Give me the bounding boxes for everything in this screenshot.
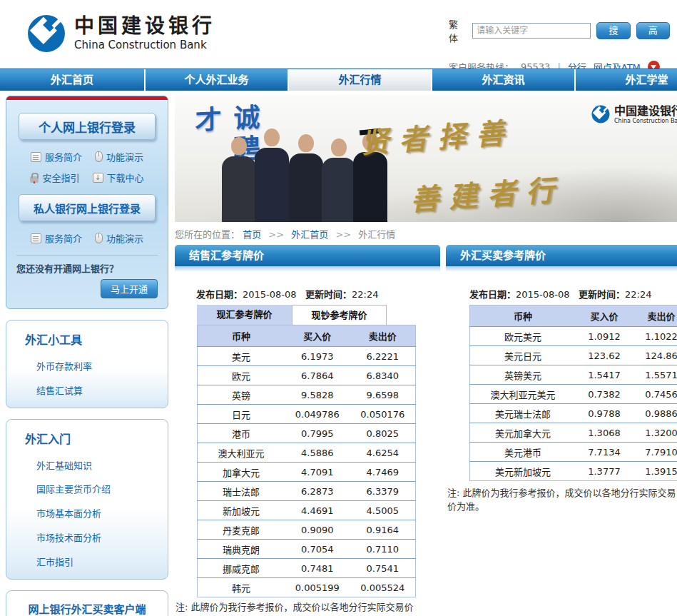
security-guide-link[interactable]: 安全指引: [30, 171, 79, 184]
banner-logo-cn: 中国建设银行: [614, 105, 677, 118]
security-guide-label: 安全指引: [42, 171, 79, 184]
ccb-logo-icon: [27, 14, 66, 53]
buy-price-cell: 0.005199: [285, 578, 350, 597]
col-buy-price: 买入价: [576, 306, 633, 327]
service-intro-label-2: 服务简介: [45, 231, 82, 245]
sell-price-cell: 9.6598: [350, 385, 416, 405]
search-button[interactable]: 搜索: [596, 22, 630, 39]
sidebar-item-deposit-rates[interactable]: 外币存款利率: [25, 355, 161, 379]
buy-price-cell: 0.049786: [285, 405, 350, 424]
currency-cell: 韩元: [198, 578, 285, 597]
sidebar-item-settlement-calc[interactable]: 结售汇试算: [25, 379, 161, 403]
logo-text: 中国建设银行 China Construction Bank: [74, 16, 215, 51]
mouse-icon: [95, 233, 103, 243]
open-now-button[interactable]: 马上开通: [101, 279, 158, 298]
buy-price-cell: 6.7864: [285, 366, 350, 385]
table-row: 欧元6.78646.8340: [198, 366, 416, 385]
main-nav: 外汇首页 个人外汇业务 外汇行情 外汇资讯 外汇学堂: [0, 69, 677, 91]
breadcrumb-sep: >>: [335, 229, 351, 240]
demo-link[interactable]: 功能演示: [95, 150, 143, 163]
table-header-row: 币种 买入价 卖出价: [198, 325, 416, 347]
site-header: 中国建设银行 China Construction Bank 繁体 搜索 高级 …: [0, 0, 677, 69]
sidebar-item-fx-basics[interactable]: 外汇基础知识: [25, 454, 161, 478]
tab-personal-fx[interactable]: 个人外汇业务: [146, 69, 289, 91]
service-intro-label: 服务简介: [45, 150, 82, 163]
fx-trading-rate-table: 币种 买入价 卖出价 欧元美元1.09121.1022美元日元123.62124…: [469, 305, 677, 481]
table-row: 加拿大元4.70914.7469: [198, 463, 416, 482]
breadcrumb-home[interactable]: 首页: [243, 229, 261, 240]
currency-cell: 美元港币: [470, 443, 576, 462]
search-input[interactable]: [472, 23, 591, 39]
download-icon: ↓: [93, 173, 103, 183]
demo-label-2: 功能演示: [106, 231, 143, 245]
table-row: 日元0.0497860.050176: [198, 405, 416, 424]
tab-fx-news[interactable]: 外汇资讯: [432, 69, 576, 91]
ccb-logo[interactable]: 中国建设银行 China Construction Bank: [27, 14, 215, 53]
private-bank-login-button[interactable]: 私人银行网上银行登录: [19, 194, 156, 221]
tab-spot-exchange-rate[interactable]: 现汇参考牌价: [197, 305, 292, 325]
banner-person: [322, 138, 356, 222]
col-sell-price: 卖出价: [633, 306, 677, 327]
sell-price-cell: 7.7910: [633, 443, 677, 462]
currency-cell: 美元瑞士法郎: [470, 404, 576, 423]
demo-link-2[interactable]: 功能演示: [95, 231, 143, 245]
currency-cell: 澳大利亚元: [198, 443, 285, 463]
red-top-bar: [6, 96, 168, 100]
banner-person: [255, 128, 289, 222]
settlement-note: 注: 此牌价为我行参考报价，成交价以各地分行实际交易价为准。: [175, 601, 417, 616]
table-row: 欧元美元1.09121.1022: [470, 327, 677, 346]
tab-cash-rate[interactable]: 现钞参考牌价: [292, 305, 387, 325]
buy-price-cell: 1.3068: [576, 423, 633, 443]
tab-fx-home[interactable]: 外汇首页: [0, 69, 146, 91]
note-icon: [31, 152, 41, 162]
table-header-row: 币种 买入价 卖出价: [470, 306, 677, 327]
search-row: 繁体 搜索 高级: [449, 17, 670, 44]
advanced-search-button[interactable]: 高级: [636, 22, 670, 39]
fx-intro-box: 外汇入门 外汇基础知识 国际主要货币介绍 市场基本面分析 市场技术面分析 汇市指…: [6, 419, 168, 580]
sidebar-item-technical-analysis[interactable]: 市场技术面分析: [25, 526, 161, 550]
buy-price-cell: 0.7382: [576, 385, 633, 404]
fx-trading-note: 注: 此牌价为我行参考报价，成交价以各地分行实际交易价为准。: [447, 487, 677, 514]
sidebar-item-market-guide[interactable]: 汇市指引: [25, 550, 161, 575]
buy-price-cell: 0.9788: [576, 404, 633, 423]
service-intro-link[interactable]: 服务简介: [31, 150, 82, 163]
banner-gold-text-1: 贤者择善: [359, 110, 516, 162]
tab-fx-quotes[interactable]: 外汇行情: [289, 69, 432, 91]
currency-cell: 港币: [198, 424, 285, 443]
update-time-value: 22:24: [352, 289, 378, 300]
sell-price-cell: 1.3200: [633, 423, 677, 443]
download-center-link[interactable]: ↓ 下载中心: [93, 171, 144, 184]
buy-price-cell: 0.7995: [285, 424, 350, 443]
update-time-label: 更新时间：: [579, 289, 625, 300]
traditional-chinese-toggle[interactable]: 繁体: [449, 17, 467, 44]
header-right: 繁体 搜索 高级 客户服务热线： 95533 | 分行 网点及ATM: [449, 17, 670, 74]
sell-price-cell: 0.7110: [350, 540, 416, 559]
note-icon: [31, 233, 41, 243]
login-box: 个人网上银行登录 服务简介 功能演示 安全指引 ↓ 下载中心: [6, 96, 168, 309]
table-row: 瑞典克朗0.70540.7110: [198, 540, 416, 559]
buy-price-cell: 123.62: [576, 346, 633, 365]
mouse-icon: [95, 151, 103, 162]
table-row: 澳大利亚元4.58864.6254: [198, 443, 416, 463]
sidebar-item-major-currencies[interactable]: 国际主要货币介绍: [25, 478, 161, 502]
currency-cell: 新加坡元: [198, 501, 285, 520]
buy-price-cell: 0.7481: [285, 559, 350, 578]
personal-ebanking-login-button[interactable]: 个人网上银行登录: [19, 113, 156, 140]
table-row: 瑞士法郎6.28736.3379: [198, 482, 416, 501]
tab-fx-school[interactable]: 外汇学堂: [576, 69, 677, 91]
sell-price-cell: 6.3379: [350, 482, 416, 501]
currency-cell: 加拿大元: [198, 463, 285, 482]
currency-cell: 日元: [198, 405, 285, 424]
publish-date-label: 发布日期：: [469, 289, 516, 300]
update-time-value: 22:24: [625, 289, 651, 300]
buy-price-cell: 1.0912: [576, 327, 633, 346]
currency-cell: 英镑: [198, 385, 285, 405]
recruitment-banner[interactable]: 诚聘英才 贤者择善 善建者行 中国建设银行 China Construction…: [175, 95, 677, 222]
sidebar-item-fundamental-analysis[interactable]: 市场基本面分析: [25, 502, 161, 526]
table-row: 美元6.19736.2221: [198, 347, 416, 366]
table-row: 澳大利亚元美元0.73820.7456: [470, 385, 677, 404]
currency-cell: 美元: [198, 347, 285, 366]
table-row: 美元新加坡元1.37771.3915: [470, 462, 677, 481]
breadcrumb-fx-home[interactable]: 外汇首页: [291, 229, 328, 240]
service-intro-link-2[interactable]: 服务简介: [31, 231, 82, 245]
